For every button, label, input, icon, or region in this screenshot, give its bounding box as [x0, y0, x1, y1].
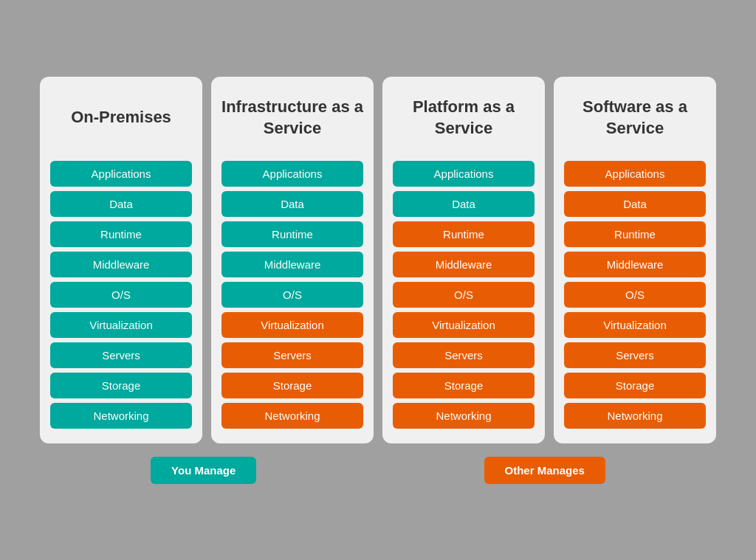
stack-item-on-premises-7: Storage	[50, 373, 192, 398]
stack-item-iaas-5: Virtualization	[221, 312, 363, 338]
stack-item-saas-6: Servers	[564, 342, 706, 368]
main-container: On-PremisesApplicationsDataRuntimeMiddle…	[15, 77, 741, 484]
stack-item-paas-8: Networking	[393, 403, 535, 429]
stack-item-saas-3: Middleware	[564, 252, 706, 277]
stack-item-paas-2: Runtime	[393, 221, 535, 247]
stack-item-paas-0: Applications	[393, 161, 535, 187]
stack-item-paas-6: Servers	[393, 342, 535, 368]
stack-on-premises: ApplicationsDataRuntimeMiddlewareO/SVirt…	[50, 161, 192, 429]
stack-item-iaas-4: O/S	[221, 282, 363, 308]
column-title-on-premises: On-Premises	[71, 91, 171, 145]
column-on-premises: On-PremisesApplicationsDataRuntimeMiddle…	[40, 77, 202, 443]
stack-saas: ApplicationsDataRuntimeMiddlewareO/SVirt…	[564, 161, 706, 429]
stack-item-paas-5: Virtualization	[393, 312, 535, 338]
stack-item-iaas-8: Networking	[221, 403, 363, 429]
column-title-saas: Software as a Service	[564, 91, 706, 145]
stack-item-saas-7: Storage	[564, 373, 706, 398]
column-saas: Software as a ServiceApplicationsDataRun…	[554, 77, 716, 443]
stack-item-saas-8: Networking	[564, 403, 706, 429]
stack-item-paas-7: Storage	[393, 373, 535, 398]
column-title-iaas: Infrastructure as a Service	[221, 91, 363, 145]
you-manage-legend: You Manage	[151, 457, 256, 484]
stack-item-iaas-2: Runtime	[221, 221, 363, 247]
column-iaas: Infrastructure as a ServiceApplicationsD…	[211, 77, 374, 443]
stack-item-paas-4: O/S	[393, 282, 535, 308]
other-manages-legend: Other Manages	[484, 457, 605, 484]
stack-item-saas-4: O/S	[564, 282, 706, 308]
stack-item-on-premises-3: Middleware	[50, 252, 192, 277]
stack-paas: ApplicationsDataRuntimeMiddlewareO/SVirt…	[393, 161, 535, 429]
legend-row: You Manage Other Manages	[15, 457, 741, 484]
stack-item-on-premises-1: Data	[50, 191, 192, 217]
stack-item-paas-3: Middleware	[393, 252, 535, 277]
column-title-paas: Platform as a Service	[393, 91, 535, 145]
stack-item-saas-2: Runtime	[564, 221, 706, 247]
stack-item-saas-1: Data	[564, 191, 706, 217]
stack-item-iaas-7: Storage	[221, 373, 363, 398]
stack-item-on-premises-5: Virtualization	[50, 312, 192, 338]
columns-row: On-PremisesApplicationsDataRuntimeMiddle…	[15, 77, 741, 443]
stack-item-on-premises-0: Applications	[50, 161, 192, 187]
stack-item-saas-0: Applications	[564, 161, 706, 187]
stack-iaas: ApplicationsDataRuntimeMiddlewareO/SVirt…	[221, 161, 363, 429]
stack-item-on-premises-4: O/S	[50, 282, 192, 308]
stack-item-iaas-0: Applications	[221, 161, 363, 187]
stack-item-iaas-3: Middleware	[221, 252, 363, 277]
column-paas: Platform as a ServiceApplicationsDataRun…	[382, 77, 545, 443]
stack-item-on-premises-8: Networking	[50, 403, 192, 429]
stack-item-saas-5: Virtualization	[564, 312, 706, 338]
stack-item-on-premises-2: Runtime	[50, 221, 192, 247]
stack-item-iaas-1: Data	[221, 191, 363, 217]
stack-item-paas-1: Data	[393, 191, 535, 217]
stack-item-on-premises-6: Servers	[50, 342, 192, 368]
stack-item-iaas-6: Servers	[221, 342, 363, 368]
